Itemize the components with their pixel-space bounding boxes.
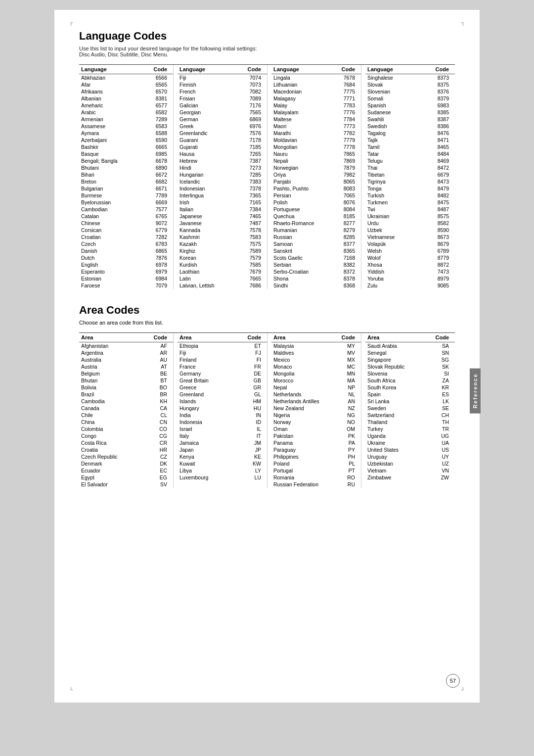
lang-code: 7074	[246, 75, 265, 81]
area-code: NP	[340, 384, 359, 390]
lang-code: 7589	[246, 248, 265, 254]
lang-name: Polish	[273, 199, 340, 205]
area-row: ThailandTH	[365, 419, 455, 425]
area-row: GreeceGR	[178, 384, 267, 391]
area-name: Bhutan	[81, 378, 152, 383]
lang-row: Chinese9072	[79, 220, 173, 227]
lang-row: Ukrainian8575	[365, 213, 455, 220]
area-code: ET	[246, 343, 265, 349]
area-code: SK	[434, 364, 453, 370]
lang-name: Macedonian	[273, 89, 340, 94]
lang-code: 6976	[246, 123, 265, 129]
lang-row: Samoan8377	[271, 240, 361, 247]
area-code: ZW	[434, 474, 453, 480]
area-header-label: Area	[81, 334, 154, 340]
lang-code: 7265	[246, 151, 265, 157]
area-code: CL	[152, 412, 171, 418]
lang-code: 7387	[246, 158, 265, 164]
lang-code: 7383	[246, 179, 265, 185]
area-row: MaldivesMV	[271, 349, 361, 356]
lang-row: Slovenian8376	[365, 88, 455, 95]
lang-name: Greenlandic	[179, 130, 246, 136]
lang-name: Kashmiri	[179, 234, 246, 240]
lang-name: Hindi	[179, 165, 246, 171]
area-code: TR	[434, 426, 453, 432]
lang-name: Japanese	[179, 213, 246, 219]
area-col-header: AreaCode	[271, 333, 361, 342]
area-row: Great BritainGB	[178, 377, 267, 384]
lang-code: 8378	[340, 276, 359, 282]
area-name: Malaysia	[273, 343, 340, 349]
lang-row: Bhutani6890	[79, 164, 173, 171]
area-name: Israel	[179, 426, 246, 432]
lang-name: Irish	[179, 199, 246, 205]
lang-code: 7779	[340, 137, 359, 143]
area-code: MY	[340, 343, 359, 349]
lang-code: 6588	[152, 130, 171, 136]
lang-col-header: LanguageCode	[365, 65, 455, 74]
page-number: 57	[446, 674, 460, 688]
area-row: ArgentinaAR	[79, 349, 173, 356]
area-row: GermanyDE	[178, 370, 267, 377]
lang-name: Samoan	[273, 241, 340, 247]
lang-header-label: Language	[367, 66, 436, 72]
area-code: UA	[434, 440, 453, 446]
lang-name: Swedish	[367, 123, 434, 129]
lang-name: Javanese	[179, 220, 246, 226]
corner-tl: ┌	[69, 20, 73, 25]
lang-name: Assamese	[81, 123, 152, 129]
lang-name: Cambodian	[81, 206, 152, 212]
lang-name: Fiji	[179, 75, 246, 81]
area-name: Libya	[179, 468, 246, 473]
lang-name: Bashkir	[81, 144, 152, 150]
lang-row: Welsh6789	[365, 247, 455, 254]
lang-code: 8473	[434, 179, 453, 185]
lang-name: Oriya	[273, 172, 340, 178]
lang-code: 6779	[152, 227, 171, 233]
lang-name: Sindhi	[273, 283, 340, 288]
lang-code: 8479	[434, 186, 453, 191]
area-row: LuxembourgLU	[178, 474, 267, 481]
area-code: AR	[152, 350, 171, 356]
area-row: ParaguayPY	[271, 446, 361, 453]
area-row: New ZealandNZ	[271, 405, 361, 412]
area-code: GR	[246, 384, 265, 390]
lang-row: Fiji7074	[178, 74, 267, 81]
lang-row: Swahili8387	[365, 116, 455, 123]
lang-row: Tibetan6679	[365, 171, 455, 178]
area-name: India	[179, 412, 246, 418]
lang-code: 7576	[246, 130, 265, 136]
area-code: LU	[246, 474, 265, 480]
lang-row: Arabic6582	[79, 109, 173, 116]
area-row: HungaryHU	[178, 405, 267, 412]
lang-row: Norwegian7879	[271, 164, 361, 171]
lang-code: 6582	[152, 109, 171, 115]
lang-code: 6665	[152, 144, 171, 150]
lang-row: Guarani7178	[178, 137, 267, 143]
lang-code: 8376	[434, 89, 453, 94]
area-code: FR	[246, 364, 265, 370]
area-row: SloveniaSI	[365, 370, 455, 377]
lang-name: Tigrinya	[367, 179, 434, 185]
area-row: ColombiaCO	[79, 425, 173, 432]
area-name: Poland	[273, 461, 340, 467]
lang-name: Basque	[81, 151, 152, 157]
lang-name: Russian	[273, 234, 340, 240]
lang-code: 7285	[246, 172, 265, 178]
area-code: MX	[340, 357, 359, 363]
lang-row: Basque6985	[79, 150, 173, 157]
lang-code: 7575	[246, 241, 265, 247]
area-code: VN	[434, 468, 453, 473]
lang-name: Interlingua	[179, 192, 246, 198]
area-name: Ukraine	[367, 440, 434, 446]
area-code: SE	[434, 405, 453, 411]
lang-code: 8872	[434, 262, 453, 268]
lang-name: Dutch	[81, 255, 152, 261]
area-name: Norway	[273, 419, 340, 425]
code-header-label: Code	[154, 66, 172, 72]
area-header-label: Area	[179, 334, 248, 340]
lang-code: 7684	[340, 82, 359, 88]
lang-row: Burmese7789	[79, 192, 173, 199]
area-name: South Africa	[367, 378, 434, 383]
lang-name: Swahili	[367, 116, 434, 122]
